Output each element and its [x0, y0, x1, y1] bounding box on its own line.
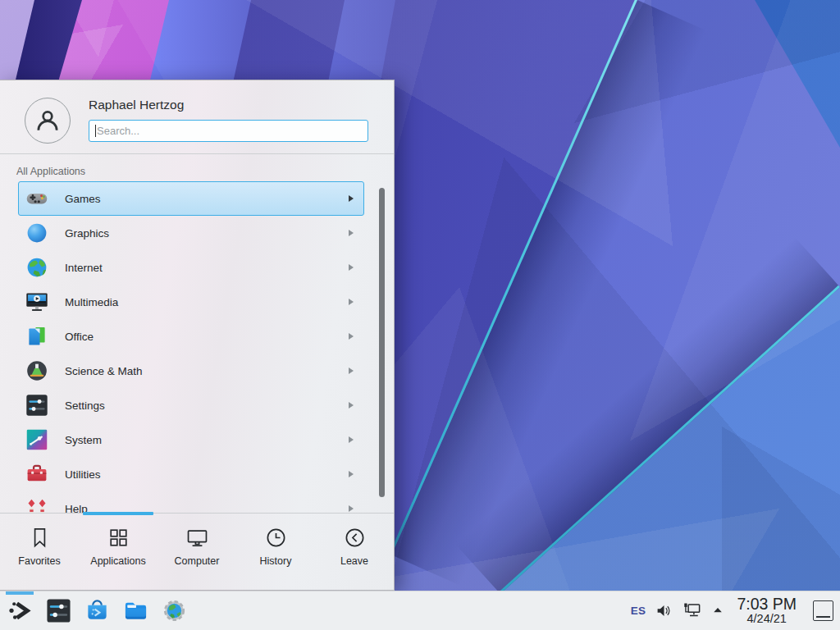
application-launcher-popup: Raphael Hertzog All Applications Games G…: [0, 80, 395, 591]
tray-expand-tray[interactable]: [712, 605, 724, 616]
utilities-icon: [25, 463, 48, 486]
system-icon: [25, 428, 48, 451]
submenu-arrow-icon: [349, 333, 354, 340]
tab-favorites[interactable]: Favorites: [0, 514, 79, 590]
submenu-arrow-icon: [349, 368, 354, 374]
network-icon: [682, 600, 702, 620]
tab-strip: Favorites Applications Computer History: [0, 514, 394, 590]
tab-leave[interactable]: Leave: [315, 514, 394, 590]
graphics-icon: [25, 221, 48, 244]
sidebar-item-science-math[interactable]: Science & Math: [18, 354, 364, 388]
user-avatar[interactable]: [25, 98, 71, 144]
clock-time: 7:03 PM: [737, 596, 797, 613]
tray-network[interactable]: [682, 600, 702, 620]
scrollbar[interactable]: [379, 188, 385, 497]
search-box: [89, 120, 368, 142]
taskbar-app-file-manager[interactable]: [121, 591, 149, 630]
submenu-arrow-icon: [349, 402, 354, 409]
sidebar-item-games[interactable]: Games: [18, 181, 364, 216]
tab-history[interactable]: History: [236, 514, 315, 590]
category-label: Graphics: [65, 227, 109, 240]
tab-label: Computer: [175, 555, 220, 567]
submenu-arrow-icon: [349, 230, 354, 236]
category-label: Multimedia: [65, 296, 118, 308]
submenu-arrow-icon: [349, 505, 354, 512]
submenu-arrow-icon: [349, 195, 354, 202]
computer-icon: [186, 527, 208, 549]
keyboard-layout-indicator[interactable]: ES: [631, 605, 646, 617]
tab-applications[interactable]: Applications: [79, 514, 158, 590]
user-name: Raphael Hertzog: [89, 98, 184, 112]
science-icon: [25, 359, 48, 382]
active-tab-indicator: [83, 512, 153, 515]
taskbar: ES 7:03 PM 4/24/21: [0, 591, 840, 630]
sidebar-item-utilities[interactable]: Utilities: [18, 457, 364, 491]
sidebar-item-help[interactable]: Help: [18, 491, 364, 514]
tab-label: Leave: [340, 555, 368, 567]
tab-label: History: [260, 555, 292, 567]
show-desktop-button[interactable]: [813, 600, 833, 621]
bookmark-icon: [29, 527, 51, 549]
globe-gear-icon: [162, 598, 187, 623]
tray-volume[interactable]: [655, 602, 673, 619]
sidebar-item-internet[interactable]: Internet: [18, 250, 364, 285]
search-input[interactable]: [89, 120, 368, 142]
taskbar-app-system-settings[interactable]: [44, 591, 72, 630]
settings-icon: [25, 394, 48, 417]
tab-computer[interactable]: Computer: [158, 514, 236, 590]
tray-icon-group: [655, 600, 724, 620]
multimedia-icon: [25, 290, 48, 313]
kickoff-icon: [7, 598, 33, 623]
section-label: All Applications: [16, 166, 85, 177]
discover-icon: [84, 598, 110, 623]
taskbar-app-discover[interactable]: [83, 591, 111, 630]
taskbar-app-application-launcher[interactable]: [6, 591, 34, 630]
app-grid-icon: [107, 527, 130, 549]
taskbar-app-web-globe[interactable]: [160, 591, 188, 630]
volume-icon: [655, 602, 673, 619]
submenu-arrow-icon: [349, 471, 354, 477]
taskbar-app-icons: [6, 591, 188, 630]
submenu-arrow-icon: [349, 299, 354, 305]
internet-globe-icon: [25, 256, 48, 279]
category-label: Settings: [65, 399, 105, 412]
user-icon: [34, 107, 62, 135]
category-label: Science & Math: [65, 365, 143, 377]
submenu-arrow-icon: [349, 264, 354, 271]
launcher-tabbar: Favorites Applications Computer History: [0, 513, 394, 590]
sidebar-item-system[interactable]: System: [18, 422, 364, 457]
history-clock-icon: [265, 527, 287, 549]
category-label: Games: [65, 193, 101, 205]
help-icon: [25, 497, 48, 514]
category-list: Games Graphics Internet Multimedia: [0, 181, 394, 514]
sidebar-item-settings[interactable]: Settings: [18, 388, 364, 422]
submenu-arrow-icon: [349, 436, 354, 443]
sidebar-item-graphics[interactable]: Graphics: [18, 216, 364, 250]
dolphin-icon: [123, 598, 148, 623]
category-label: Utilities: [65, 468, 101, 481]
launcher-header: Raphael Hertzog: [0, 80, 394, 154]
settings-icon: [46, 598, 71, 623]
leave-icon: [344, 527, 366, 549]
category-label: Internet: [65, 262, 103, 274]
gamepad-icon: [25, 187, 48, 210]
office-icon: [25, 325, 48, 348]
sidebar-item-multimedia[interactable]: Multimedia: [18, 285, 364, 319]
system-tray: ES 7:03 PM 4/24/21: [631, 596, 833, 625]
clock-date: 4/24/21: [737, 613, 797, 625]
tab-label: Applications: [90, 555, 145, 567]
category-label: Office: [65, 331, 94, 343]
sidebar-item-office[interactable]: Office: [18, 319, 364, 354]
category-label: System: [65, 434, 102, 446]
text-cursor: [95, 125, 96, 137]
tab-label: Favorites: [18, 555, 60, 567]
caret-up-icon: [712, 605, 724, 616]
digital-clock[interactable]: 7:03 PM 4/24/21: [737, 596, 797, 625]
